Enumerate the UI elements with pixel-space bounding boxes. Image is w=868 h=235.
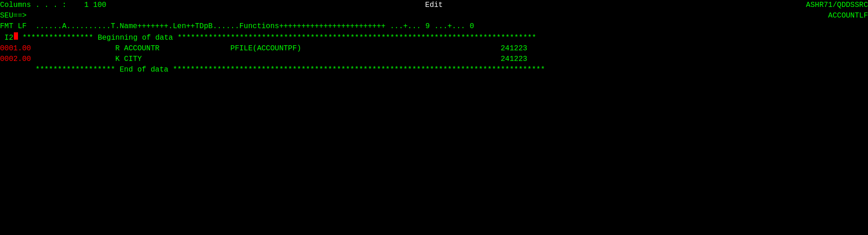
cursor <box>14 32 18 40</box>
line-0002-content: K CITY 241223 <box>31 54 527 65</box>
edit-label: Edit <box>425 0 443 11</box>
source-line-0001: 0001.00 R ACCOUNTR PFILE(ACCOUNTPF) 2412… <box>0 43 868 54</box>
source-line-0002: 0002.00 K CITY 241223 <box>0 54 868 65</box>
line-number-i2: I2 <box>0 33 13 43</box>
columns-info: Columns . . . : 1 100 <box>0 0 106 11</box>
header-line-1: Columns . . . : 1 100EditASHR71/QDDSSRC <box>0 0 868 11</box>
beginning-of-data-line: I2 **************** Beginning of data **… <box>0 32 868 43</box>
terminal-screen: Columns . . . : 1 100EditASHR71/QDDSSRC … <box>0 0 868 235</box>
line-num-0001: 0001.00 <box>0 43 31 54</box>
end-of-data-line: ****************** End of data *********… <box>0 65 868 75</box>
seu-prompt: SEU==> <box>0 11 27 21</box>
library-file: ASHR71/QDDSSRC <box>806 0 868 11</box>
line-0001-content: R ACCOUNTR PFILE(ACCOUNTPF) 241223 <box>31 43 527 54</box>
beginning-of-data-text: **************** Beginning of data *****… <box>18 33 536 43</box>
header-line-2: SEU==>ACCOUNTLF <box>0 11 868 21</box>
end-of-data-text: ****************** End of data *********… <box>0 65 545 75</box>
fmt-line: FMT LF ......A..........T.Name+++++++.Le… <box>0 21 868 32</box>
file-name: ACCOUNTLF <box>828 11 868 21</box>
fmt-ruler: FMT LF ......A..........T.Name+++++++.Le… <box>0 21 474 32</box>
line-num-0002: 0002.00 <box>0 54 31 65</box>
